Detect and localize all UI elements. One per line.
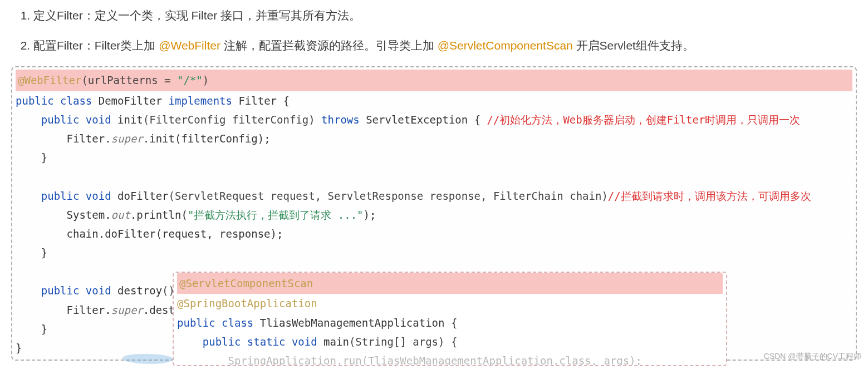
- highlighted-scan-annotation: @ServletComponentScan: [177, 273, 723, 294]
- annotation-webfilter: @WebFilter: [159, 39, 220, 52]
- code-webfilter-annotation: @WebFilter: [18, 74, 81, 86]
- annotation-servletcomponentscan: @ServletComponentScan: [438, 39, 573, 52]
- watermark: CSDN @带脑子的CV工程师: [764, 352, 861, 362]
- step-1: 定义Filter：定义一个类，实现 Filter 接口，并重写其所有方法。: [33, 6, 857, 26]
- step-2-prefix: 配置Filter：Filter类上加: [33, 39, 159, 52]
- step-2-suffix: 开启Servlet组件支持。: [573, 39, 694, 52]
- step-list: 定义Filter：定义一个类，实现 Filter 接口，并重写其所有方法。 配置…: [11, 6, 857, 55]
- decorative-smudge: [122, 354, 173, 364]
- step-1-text: 定义Filter：定义一个类，实现 Filter 接口，并重写其所有方法。: [33, 9, 361, 22]
- comment-init: //初始化方法，Web服务器启动，创建Filter时调用，只调用一次: [487, 114, 801, 126]
- step-2: 配置Filter：Filter类上加 @WebFilter 注解，配置拦截资源的…: [33, 36, 857, 56]
- step-2-mid: 注解，配置拦截资源的路径。引导类上加: [220, 39, 438, 52]
- highlighted-annotation-line: @WebFilter(urlPatterns = "/*"): [16, 70, 852, 91]
- comment-dofilter: //拦截到请求时，调用该方法，可调用多次: [608, 190, 811, 202]
- code-block-application: @ServletComponentScan@SpringBootApplicat…: [173, 272, 727, 366]
